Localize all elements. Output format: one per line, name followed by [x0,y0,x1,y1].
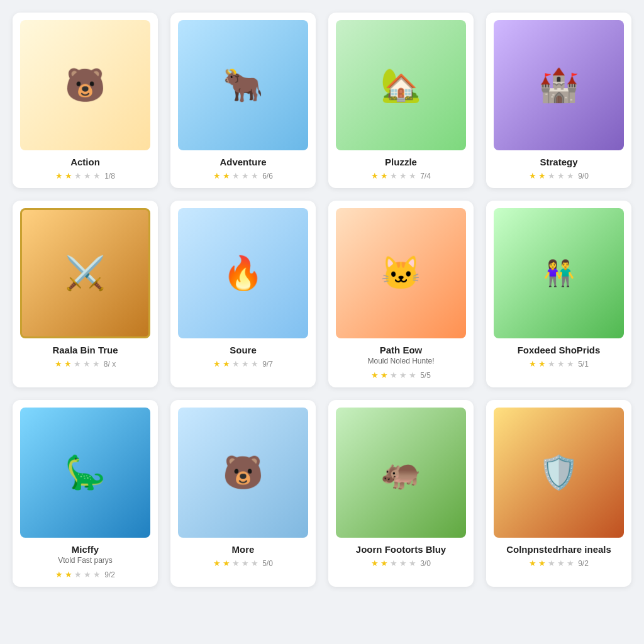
star-empty: ★ [409,558,416,568]
card-rating-raala: 8/ x [104,360,116,369]
star-empty: ★ [83,359,91,369]
star-empty: ★ [232,359,240,369]
card-icon-path-cow: 🐱 [336,208,466,338]
star-filled: ★ [213,359,221,369]
star-empty: ★ [242,558,249,568]
card-image-adventure: 🐂 [178,20,308,150]
card-foxdeed[interactable]: 👫 Foxdeed ShoPrids ★★★★★ 5/1 [486,201,631,387]
star-filled: ★ [538,171,546,180]
star-empty: ★ [74,171,82,180]
card-title-more: More [232,544,255,555]
star-empty: ★ [548,171,555,180]
card-joorn[interactable]: 🦛 Joorn Footorts Bluy ★★★★★ 3/0 [328,400,474,587]
card-title-foxdeed: Foxdeed ShoPrids [518,345,601,355]
card-image-micffy: 🦕 [20,408,150,538]
card-title-micffy: Micffy [72,544,99,555]
star-filled: ★ [55,359,62,369]
star-empty: ★ [242,171,249,180]
star-filled: ★ [223,171,230,180]
star-filled: ★ [223,359,230,369]
star-filled: ★ [55,570,63,579]
star-empty: ★ [567,171,574,180]
card-stars-action: ★★★★★ 1/8 [55,171,115,180]
card-micffy[interactable]: 🦕 Micffy Vtold Fast parys ★★★★★ 9/2 [13,400,158,587]
card-image-soure: 🔥 [178,208,308,338]
star-empty: ★ [390,370,397,380]
star-filled: ★ [371,370,379,380]
card-colnpnsted[interactable]: 🛡️ Colnpnstedrhare ineals ★★★★★ 9/2 [486,400,631,587]
card-icon-foxdeed: 👫 [494,208,624,338]
card-rating-soure: 9/7 [262,360,273,369]
card-subtitle-micffy: Vtold Fast parys [58,556,113,565]
star-empty: ★ [74,570,82,579]
card-icon-raala: ⚔️ [22,210,148,336]
card-title-path-cow: Path Eow [380,345,423,355]
star-empty: ★ [557,558,565,568]
card-stars-micffy: ★★★★★ 9/2 [55,570,115,579]
star-empty: ★ [557,171,565,180]
star-empty: ★ [557,359,565,369]
card-soure[interactable]: 🔥 Soure ★★★★★ 9/7 [170,201,316,387]
card-icon-puzzle: 🏡 [336,20,466,150]
star-empty: ★ [548,359,555,369]
card-image-more: 🐻 [178,408,308,538]
card-stars-puzzle: ★★★★★ 7/4 [371,171,431,180]
card-stars-more: ★★★★★ 5/0 [213,558,273,568]
star-filled: ★ [371,171,379,180]
card-action[interactable]: 🐻 Action ★★★★★ 1/8 [13,13,158,188]
card-image-foxdeed: 👫 [494,208,624,338]
star-empty: ★ [251,558,258,568]
card-path-cow[interactable]: 🐱 Path Eow Mould Noled Hunte! ★★★★★ 5/5 [328,201,474,387]
card-rating-puzzle: 7/4 [420,172,431,180]
star-filled: ★ [55,171,63,180]
card-stars-raala: ★★★★★ 8/ x [55,359,116,369]
star-filled: ★ [380,171,388,180]
card-icon-micffy: 🦕 [20,408,150,538]
star-empty: ★ [84,171,91,180]
star-filled: ★ [371,558,379,568]
star-filled: ★ [529,558,536,568]
card-image-joorn: 🦛 [336,408,466,538]
card-image-strategy: 🏰 [494,20,624,150]
star-empty: ★ [409,370,416,380]
star-empty: ★ [84,570,91,579]
star-filled: ★ [213,171,221,180]
star-filled: ★ [529,171,536,180]
card-adventure[interactable]: 🐂 Adventure ★★★★★ 6/6 [170,13,316,188]
card-rating-colnpnsted: 9/2 [578,559,589,568]
card-puzzle[interactable]: 🏡 Pluzzle ★★★★★ 7/4 [328,13,474,188]
star-filled: ★ [223,558,230,568]
game-grid: 🐻 Action ★★★★★ 1/8 🐂 Adventure ★★★★★ 6/6… [13,13,631,587]
card-rating-action: 1/8 [104,172,115,180]
card-icon-soure: 🔥 [178,208,308,338]
card-image-colnpnsted: 🛡️ [494,408,624,538]
card-rating-foxdeed: 5/1 [578,360,589,369]
card-rating-path-cow: 5/5 [420,371,431,380]
card-rating-micffy: 9/2 [104,570,115,579]
star-empty: ★ [399,558,407,568]
card-rating-joorn: 3/0 [420,559,431,568]
star-empty: ★ [390,558,397,568]
card-raala[interactable]: ⚔️ Raala Bin True ★★★★★ 8/ x [13,201,158,387]
card-more[interactable]: 🐻 More ★★★★★ 5/0 [170,400,316,587]
card-title-adventure: Adventure [219,157,266,167]
card-strategy[interactable]: 🏰 Strategy ★★★★★ 9/0 [486,13,631,188]
card-subtitle-path-cow: Mould Noled Hunte! [367,357,434,365]
card-title-puzzle: Pluzzle [385,157,417,167]
card-image-puzzle: 🏡 [336,20,466,150]
card-image-path-cow: 🐱 [336,208,466,338]
card-title-strategy: Strategy [540,157,577,167]
card-image-action: 🐻 [20,20,150,150]
star-empty: ★ [390,171,397,180]
star-filled: ★ [65,570,72,579]
card-stars-foxdeed: ★★★★★ 5/1 [529,359,589,369]
star-empty: ★ [232,558,240,568]
card-icon-adventure: 🐂 [178,20,308,150]
card-stars-adventure: ★★★★★ 6/6 [213,171,273,180]
card-icon-more: 🐻 [178,408,308,538]
card-icon-colnpnsted: 🛡️ [494,408,624,538]
star-empty: ★ [567,558,574,568]
star-empty: ★ [567,359,574,369]
card-title-colnpnsted: Colnpnstedrhare ineals [506,544,611,555]
card-title-raala: Raala Bin True [52,345,118,355]
